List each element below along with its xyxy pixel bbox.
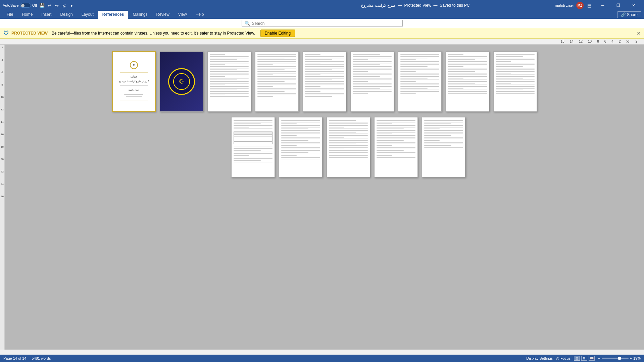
tab-references[interactable]: References [98,11,128,19]
cover-lines [116,93,151,98]
ruler-18: 18 [561,40,564,43]
vertical-ruler: 2 4 6 8 10 12 14 16 18 20 22 24 26 [0,45,5,350]
search-container: 🔍 [0,19,644,28]
page-lines-5 [303,52,346,100]
tab-mailings[interactable]: Mailings [129,11,151,19]
cover-subtitle: گزارش طرح كرامت با موضوع [119,80,149,83]
minimize-button[interactable]: ─ [595,0,610,11]
protected-title: PROTECTED VIEW [11,31,48,36]
page-lines-7 [398,52,441,96]
tab-view[interactable]: View [174,11,191,19]
cover-content: ✦ عنوان : گزارش طرح كرامت با موضوع استاد… [113,52,155,111]
user-avatar[interactable]: MZ [576,2,584,9]
page-lines-3 [208,52,251,100]
ruler-8: 8 [597,40,599,43]
cover-line-mid [120,86,148,86]
ruler-10: 10 [588,40,592,43]
main-area: 2 4 6 8 10 12 14 16 18 20 22 24 26 ✦ عنو… [0,45,644,350]
ruler-6: 6 [604,40,606,43]
cover-detail: استاد راهنما: [128,89,139,91]
redo-icon[interactable]: ↪ [54,2,60,8]
titlebar: AutoSave Off 💾 ↩ ↪ 🖨 ▾ طرح کرامت مشروع —… [0,0,644,11]
ribbon-display-icon[interactable]: ▤ [586,2,592,8]
pages-grid: ✦ عنوان : گزارش طرح كرامت با موضوع استاد… [112,51,537,177]
page-thumb-2[interactable]: ☪ [160,51,203,112]
design-emblem: ☪ [168,68,195,95]
autosave-toggle-knob [21,4,24,7]
page-lines-8 [446,52,489,96]
page-thumb-3[interactable] [207,51,251,112]
page-thumb-1[interactable]: ✦ عنوان : گزارش طرح كرامت با موضوع استاد… [112,51,156,112]
document-title: طرح کرامت مشروع — Protected View — Saved… [279,3,552,8]
zoom-out-icon[interactable]: ✕ [626,39,630,44]
search-box: 🔍 [242,20,403,27]
table-simulation [234,132,273,144]
page-thumb-9[interactable] [493,51,537,112]
share-button[interactable]: 🔗 Share [617,11,641,18]
titlebar-left: AutoSave Off 💾 ↩ ↪ 🖨 ▾ [3,2,276,8]
ruler-12: 12 [579,40,583,43]
autosave-toggle[interactable] [20,3,31,8]
page-thumb-13[interactable] [374,117,418,177]
pages-row-2 [184,117,465,177]
page-thumb-7[interactable] [398,51,442,112]
emblem-small: ✦ [130,61,138,69]
page-thumb-14[interactable] [422,117,465,177]
page-thumb-6[interactable] [350,51,394,112]
ruler-2: 2 [619,40,621,43]
autosave-area: AutoSave Off [3,3,37,8]
ruler-4: 4 [611,40,613,43]
enable-editing-button[interactable]: Enable Editing [260,30,295,37]
user-name: mahdi ziaei [555,3,574,7]
undo-icon[interactable]: ↩ [46,2,52,8]
page-thumb-12[interactable] [327,117,370,177]
quick-access-toolbar: 💾 ↩ ↪ 🖨 ▾ [39,2,75,8]
shield-icon: 🛡 [3,30,9,36]
page-thumb-4[interactable] [255,51,299,112]
search-input[interactable] [252,21,400,26]
ribbon-tabs: File Home Insert Design Layout Reference… [0,11,644,19]
print-icon[interactable]: 🖨 [61,2,67,8]
page-lines-13 [375,117,417,160]
tab-file[interactable]: File [3,11,17,19]
autosave-label: AutoSave [3,3,19,7]
page-thumb-5[interactable] [303,51,346,112]
window-controls: ─ ❐ ✕ [595,0,641,11]
cover-line-bottom [120,101,148,101]
page-thumb-10[interactable] [231,117,275,177]
top-ruler: 18 14 12 10 8 6 4 2 ✕ 2 [0,39,644,45]
titlebar-right: mahdi ziaei MZ ▤ ─ ❐ ✕ [555,0,641,11]
page-lines-11 [279,117,322,162]
inner-emblem: ☪ [173,73,190,90]
tab-help[interactable]: Help [192,11,208,19]
page-lines-6 [351,52,394,96]
restore-button[interactable]: ❐ [610,0,626,11]
page-thumb-8[interactable] [446,51,489,112]
pages-row-1: ✦ عنوان : گزارش طرح كرامت با موضوع استاد… [112,51,537,112]
tab-home[interactable]: Home [18,11,37,19]
protected-message: Be careful—files from the Internet can c… [52,31,255,36]
page-lines-12 [327,117,370,160]
cover-line-top [120,72,148,72]
page-lines-4 [255,52,298,100]
protected-view-bar: 🛡 PROTECTED VIEW Be careful—files from t… [0,28,644,39]
ruler-14: 14 [570,40,574,43]
tab-layout[interactable]: Layout [78,11,98,19]
close-button[interactable]: ✕ [626,0,641,11]
save-icon[interactable]: 💾 [39,2,45,8]
document-view[interactable]: ✦ عنوان : گزارش طرح كرامت با موضوع استاد… [5,45,644,350]
autosave-state: Off [32,3,37,7]
cover-title-text: عنوان : [130,75,138,78]
page-lines-14 [422,117,465,161]
ruler-2-right: 2 [635,40,637,43]
customize-icon[interactable]: ▾ [68,2,75,8]
design-content: ☪ [160,52,203,111]
page-thumb-11[interactable] [279,117,323,177]
close-bar-icon[interactable]: ✕ [637,31,641,36]
tab-review[interactable]: Review [152,11,174,19]
tab-design[interactable]: Design [56,11,77,19]
page-lines-10 [232,117,275,165]
tab-insert[interactable]: Insert [37,11,55,19]
search-icon: 🔍 [245,21,250,26]
page-lines-9 [494,52,537,96]
